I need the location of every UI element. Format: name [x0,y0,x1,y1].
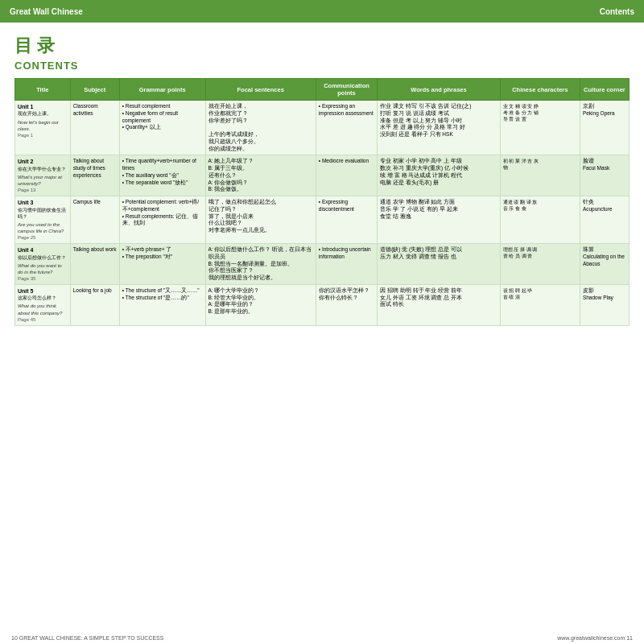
table-row: Unit 5这家公司怎么样？What do you think about th… [15,284,630,325]
content-area: 目 录 CONTENTS Title Subject Grammar point… [0,23,644,334]
page: Great Wall Chinese Contents 目 录 CONTENTS… [0,0,644,644]
cell-culture: 脸谱 Facui Mask [580,155,629,196]
cell-focal: 哦了，做点和你想起起怎么 记住了吗？ 算了，我是小店来 什么让我吧？ 对李老师有… [205,196,316,244]
cell-chinese: 设 招 聘 起 毕 首 绩 清 [500,284,580,325]
cell-words: 作业 课文 特写 引 不该 告训 记住(之) 打听 复习 说 说话 成绩 考试 … [378,101,501,155]
cell-comm: • Introducing uncertain information [316,244,377,285]
footer-left: 10 GREAT WALL CHINESE: A SIMPLE STEP TO … [11,635,163,641]
table-row: Unit 1现在开始上课。Now let's begin our class.P… [15,101,630,155]
col-header-culture: Culture corner [580,79,629,101]
cell-focal: A: 哪个大学毕业的？ B: 经管大学毕业的。 A: 是哪年毕业的？ B: 是那… [205,284,316,325]
cell-comm: 你的汉语水平怎样？ 你有什么特长？ [316,284,377,325]
cell-grammar: • 不+verb phrase+ 了 • The preposition "对" [119,244,205,285]
cell-grammar: • The structure of "又……又……" • The struct… [119,284,205,325]
cell-words: 道德(缺) 觉 (失败) 理想 总是 可以 压力 材入 觉得 调查 情 报告 也 [378,244,501,285]
cell-chinese: 通道 读 翻 译 放 音 乐 食 食 [500,196,580,244]
cell-title: Unit 4你以后想做什么工作？What do you want to do i… [15,244,71,285]
table-row: Unit 4你以后想做什么工作？What do you want to do i… [15,244,630,285]
cell-chinese: 业 文 糊 读 安 静 考 准 备 分 力 铺 导 育 设 置 [500,101,580,155]
cell-subject: Talking about study of times experiences [70,155,119,196]
table-row: Unit 2你在大学学什么专业？What's your major at uni… [15,155,630,196]
title-chinese: 目 录 [14,34,630,58]
col-header-subject: Subject [70,79,119,101]
table-header-row: Title Subject Grammar points Focal sente… [15,79,630,101]
table-row: Unit 3你习惯中国的饮食生活吗？Are you used to the ca… [15,196,630,244]
cell-comm: • Expressing discontentment [316,196,377,244]
cell-words: 通道 农学 博物 翻译 如此 方面 音乐 学 了 小说 近 有的 早 起来 食堂… [378,196,501,244]
col-header-chinese: Chinese characters [500,79,580,101]
cell-title: Unit 1现在开始上课。Now let's begin our class.P… [15,101,71,155]
title-english: CONTENTS [14,60,630,72]
cell-comm: • Mediocre evaluation [316,155,377,196]
header-bar: Great Wall Chinese Contents [0,0,644,23]
contents-table: Title Subject Grammar points Focal sente… [14,78,630,326]
col-header-title: Title [15,79,71,101]
cell-words: 因 招聘 助明 转于 年业 经营 前年 女儿 外语 工资 环境 调查 总 开本 … [378,284,501,325]
cell-subject: Talking about work [70,244,119,285]
col-header-grammar: Grammar points [119,79,205,101]
header-left: Great Wall Chinese [10,7,83,16]
cell-title: Unit 5这家公司怎么样？What do you think about th… [15,284,71,325]
cell-chinese: 理想 压 择 调 调 资 给 员 调 资 [500,244,580,285]
cell-culture: 针灸 Acupuncture [580,196,629,244]
cell-comm: • Expressing an impression assessment [316,101,377,155]
cell-subject: Campus life [70,196,119,244]
cell-chinese: 初 初 莱 洋 吉 灰 物 [500,155,580,196]
cell-focal: A: 她上几年级了？ B: 属于三年级。 还有什么？ A: 你会做饭吗？ B: … [205,155,316,196]
cell-subject: Looking for a job [70,284,119,325]
footer-bar: 10 GREAT WALL CHINESE: A SIMPLE STEP TO … [0,632,644,644]
cell-title: Unit 3你习惯中国的饮食生活吗？Are you used to the ca… [15,196,71,244]
cell-grammar: • Potential complement: verb+得/不+complem… [119,196,205,244]
cell-subject: Classroom activities [70,101,119,155]
cell-culture: 京剧 Peking Opera [580,101,629,155]
cell-words: 专业 初家 小学 初中 高中 上 年级 数次 补习 重庆大学(重庆) 亿 小时候… [378,155,501,196]
footer-right: www.greatwallchinese.com 11 [557,635,633,641]
col-header-comm: Communication points [316,79,377,101]
cell-grammar: • Time quantity+verb+number of times • T… [119,155,205,196]
cell-focal: A: 你以后想做什么工作？ 听说，在日本当职员员 B: 我想当一名翻译测量。是加… [205,244,316,285]
cell-culture: 皮影 Shadow Play [580,284,629,325]
cell-focal: 就在开始上课， 作业都就完了？ 你学差好了吗？ 上午的考试成绩好， 我只超级八个… [205,101,316,155]
col-header-focal: Focal sentences [205,79,316,101]
col-header-words: Words and phrases [378,79,501,101]
cell-culture: 珠算 Calculating on the Abacus [580,244,629,285]
cell-grammar: • Result complement • Negative form of r… [119,101,205,155]
cell-title: Unit 2你在大学学什么专业？What's your major at uni… [15,155,71,196]
header-right: Contents [600,7,634,16]
